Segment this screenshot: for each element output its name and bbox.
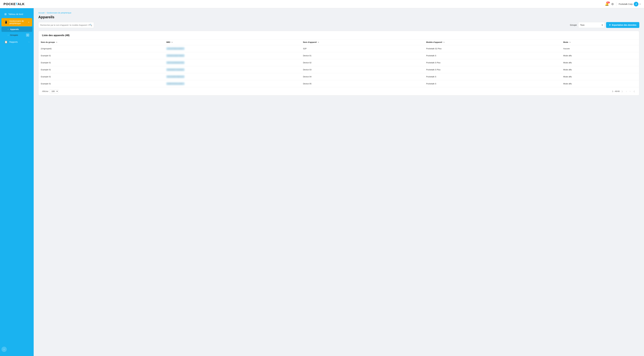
cell-device-model-4: Pocketalk S: [424, 73, 561, 80]
chevron-icon-groupes: ›: [8, 34, 8, 36]
sidebar-sub-menu: › Appareils › Groupes +: [0, 27, 34, 38]
cell-mode-1: Mode affa: [561, 52, 639, 59]
group-select-chevron-icon: ▾: [602, 24, 603, 26]
export-button[interactable]: ⬆ Exportation des données: [606, 22, 639, 28]
cell-device-name-4: Device 04: [301, 73, 424, 80]
sort-icon-mode: ⇅: [569, 41, 570, 43]
imei-value-5: 869876543210987: [166, 82, 184, 85]
table-body: (Ungrouped) 351247891234567 S2P Pocketal…: [38, 45, 639, 87]
page-last-button[interactable]: ›|: [632, 90, 636, 93]
sidebar: ⊞ Tableau de bord 📱 Gestionnaire de péri…: [0, 8, 34, 356]
notification-badge: 99+: [606, 1, 610, 3]
device-manager-icon: 📱: [4, 21, 8, 24]
cell-device-model-0: Pocketalk S2 Plus: [424, 45, 561, 52]
logo-highlight: T: [16, 2, 18, 6]
col-mode[interactable]: Mode ⇅: [561, 39, 639, 45]
sidebar-bottom: ‹: [0, 345, 34, 354]
notifications-button[interactable]: 🔔 99+: [605, 2, 609, 6]
search-icon: 🔍: [90, 24, 92, 26]
cell-device-model-5: Pocketalk S: [424, 80, 561, 87]
sort-icon-imei: ⇅: [172, 41, 172, 43]
table-row[interactable]: (Ungrouped) 351247891234567 S2P Pocketal…: [38, 45, 639, 52]
chevron-icon-rapports: ›: [29, 41, 29, 43]
cell-group-name-3: Example 01: [38, 66, 164, 73]
col-group-name[interactable]: Nom du groupe ⇅: [38, 39, 164, 45]
group-select-dropdown[interactable]: Tous ▾: [578, 22, 605, 28]
rapports-icon: 📋: [4, 40, 8, 44]
search-input[interactable]: [40, 24, 90, 26]
chevron-icon-device-manager: ▾: [28, 21, 29, 23]
sidebar-item-groupes[interactable]: › Groupes +: [2, 32, 32, 38]
sort-icon-device-model: ⇅: [443, 41, 444, 43]
page-next-button[interactable]: ›: [629, 90, 631, 93]
per-page-control: Afficher 10 25 50 100: [42, 89, 58, 93]
cell-imei-0: 351247891234567: [164, 45, 301, 52]
group-select-value: Tous: [580, 24, 600, 26]
search-box: 🔍: [38, 22, 94, 28]
settings-button[interactable]: ⚙: [611, 2, 614, 6]
sidebar-item-rapports[interactable]: 📋 Rapports ›: [2, 39, 32, 45]
cell-device-name-1: Device 01: [301, 52, 424, 59]
cell-mode-5: Mode affa: [561, 80, 639, 87]
imei-value-1: 864531028374659: [166, 54, 184, 57]
page-first-button[interactable]: |‹: [621, 90, 624, 93]
cell-imei-4: 861234567890123: [164, 73, 301, 80]
group-filter-label: Groupe: [570, 24, 577, 26]
sidebar-collapse-button[interactable]: ‹: [2, 347, 7, 352]
cell-device-name-3: Device 03: [301, 66, 424, 73]
cell-imei-3: 862938471029384: [164, 66, 301, 73]
user-info[interactable]: Pocketalk Corp J ▾: [619, 2, 640, 6]
table-row[interactable]: Example 01 862938471029384 Device 03 Poc…: [38, 66, 639, 73]
cell-device-model-1: Pocketalk S: [424, 52, 561, 59]
table-row[interactable]: Example 01 861234567890123 Device 04 Poc…: [38, 73, 639, 80]
devices-table: Nom du groupe ⇅ IMEI ⇅ Nom d'appareil ⇅: [38, 39, 639, 87]
nav-right: 🔔 99+ ⚙ Pocketalk Corp J ▾: [605, 2, 640, 6]
table-row[interactable]: Example 01 867412039182736 Device 02 Poc…: [38, 59, 639, 66]
sidebar-label-groupes: Groupes: [10, 34, 25, 36]
cell-device-name-5: Device 05: [301, 80, 424, 87]
cell-imei-1: 864531028374659: [164, 52, 301, 59]
cell-imei-5: 869876543210987: [164, 80, 301, 87]
table-footer: Afficher 10 25 50 100 1 - 48/48 |‹ ‹ › ›…: [38, 87, 639, 95]
pagination-controls: 1 - 48/48 |‹ ‹ › ›|: [612, 90, 636, 93]
imei-value-2: 867412039182736: [166, 61, 184, 64]
table-row[interactable]: Example 01 869876543210987 Device 05 Poc…: [38, 80, 639, 87]
cell-mode-4: Mode affa: [561, 73, 639, 80]
breadcrumb-device-manager[interactable]: Gestionnaire de périphérique: [47, 12, 72, 14]
breadcrumb-accueil[interactable]: Accueil: [38, 12, 44, 14]
breadcrumb: Accueil / Gestionnaire de périphérique: [38, 12, 639, 14]
col-imei[interactable]: IMEI ⇅: [164, 39, 301, 45]
cell-device-name-2: Device 02: [301, 59, 424, 66]
content-area: Accueil / Gestionnaire de périphérique A…: [34, 8, 644, 356]
col-device-model[interactable]: Modèle d'appareil ⇅: [424, 39, 561, 45]
sort-icon-device-name: ⇅: [318, 41, 319, 43]
cell-group-name-2: Example 01: [38, 59, 164, 66]
table-row[interactable]: Example 01 864531028374659 Device 01 Poc…: [38, 52, 639, 59]
toolbar: 🔍 Groupe Tous ▾ ⬆ Exportation des donnée…: [38, 22, 639, 28]
cell-group-name-5: Example 01: [38, 80, 164, 87]
table-card-header: Liste des appareils (48): [38, 31, 639, 39]
main-layout: ⊞ Tableau de bord 📱 Gestionnaire de péri…: [0, 8, 644, 356]
top-navigation: POCKETALK 🔔 99+ ⚙ Pocketalk Corp J ▾: [0, 0, 644, 8]
user-avatar: J: [634, 2, 638, 6]
cell-imei-2: 867412039182736: [164, 59, 301, 66]
col-device-name[interactable]: Nom d'appareil ⇅: [301, 39, 424, 45]
imei-value-0: 351247891234567: [166, 47, 184, 50]
table-header: Nom du groupe ⇅ IMEI ⇅ Nom d'appareil ⇅: [38, 39, 639, 45]
page-prev-button[interactable]: ‹: [625, 90, 628, 93]
sidebar-item-dashboard[interactable]: ⊞ Tableau de bord: [2, 11, 32, 17]
sidebar-item-appareils[interactable]: › Appareils: [2, 27, 32, 32]
dashboard-icon: ⊞: [4, 12, 6, 16]
export-label: Exportation des données: [612, 24, 636, 26]
add-group-button[interactable]: +: [26, 33, 29, 37]
sort-icon-group-name: ⇅: [56, 41, 57, 43]
cell-group-name-4: Example 01: [38, 73, 164, 80]
app-logo: POCKETALK: [4, 2, 24, 6]
imei-value-3: 862938471029384: [166, 68, 184, 71]
sidebar-item-device-manager[interactable]: 📱 Gestionnaire de périphérique ▾: [2, 18, 32, 26]
cell-mode-0: Aucune: [561, 45, 639, 52]
cell-group-name-0: (Ungrouped): [38, 45, 164, 52]
sidebar-item-label-dashboard: Tableau de bord: [8, 13, 29, 15]
per-page-select[interactable]: 10 25 50 100: [50, 89, 58, 93]
cell-device-model-2: Pocketalk S Plus: [424, 59, 561, 66]
